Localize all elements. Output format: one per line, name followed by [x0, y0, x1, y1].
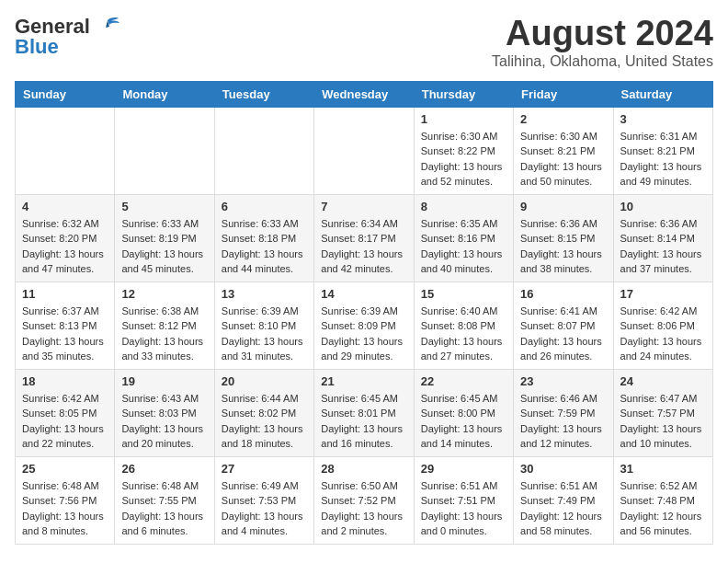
day-number: 21 [321, 374, 406, 388]
day-cell: 3Sunrise: 6:31 AM Sunset: 8:21 PM Daylig… [613, 107, 712, 194]
day-number: 19 [121, 374, 207, 388]
day-cell: 10Sunrise: 6:36 AM Sunset: 8:14 PM Dayli… [613, 194, 712, 282]
day-cell: 30Sunrise: 6:51 AM Sunset: 7:49 PM Dayli… [514, 456, 613, 544]
day-cell: 17Sunrise: 6:42 AM Sunset: 8:06 PM Dayli… [613, 282, 712, 369]
day-cell: 18Sunrise: 6:42 AM Sunset: 8:05 PM Dayli… [16, 369, 115, 456]
day-cell: 26Sunrise: 6:48 AM Sunset: 7:55 PM Dayli… [115, 456, 214, 544]
day-number: 31 [620, 462, 706, 476]
day-cell: 8Sunrise: 6:35 AM Sunset: 8:16 PM Daylig… [414, 194, 513, 282]
day-info: Sunrise: 6:30 AM Sunset: 8:22 PM Dayligh… [421, 129, 506, 190]
day-cell: 27Sunrise: 6:49 AM Sunset: 7:53 PM Dayli… [214, 456, 313, 544]
day-number: 20 [222, 374, 307, 388]
day-info: Sunrise: 6:36 AM Sunset: 8:14 PM Dayligh… [620, 216, 706, 277]
day-info: Sunrise: 6:30 AM Sunset: 8:21 PM Dayligh… [520, 129, 606, 190]
week-row-1: 1Sunrise: 6:30 AM Sunset: 8:22 PM Daylig… [16, 107, 713, 194]
weekday-header-thursday: Thursday [414, 81, 513, 107]
day-number: 9 [520, 200, 606, 213]
weekday-header-friday: Friday [514, 81, 613, 107]
week-row-2: 4Sunrise: 6:32 AM Sunset: 8:20 PM Daylig… [16, 194, 713, 282]
day-info: Sunrise: 6:31 AM Sunset: 8:21 PM Dayligh… [620, 129, 706, 190]
day-cell: 19Sunrise: 6:43 AM Sunset: 8:03 PM Dayli… [115, 369, 214, 456]
day-cell [214, 107, 313, 194]
week-row-4: 18Sunrise: 6:42 AM Sunset: 8:05 PM Dayli… [16, 369, 713, 456]
day-info: Sunrise: 6:44 AM Sunset: 8:02 PM Dayligh… [222, 391, 307, 452]
day-number: 23 [520, 374, 606, 388]
day-cell: 12Sunrise: 6:38 AM Sunset: 8:12 PM Dayli… [115, 282, 214, 369]
weekday-header-sunday: Sunday [16, 81, 115, 107]
day-number: 11 [22, 287, 108, 301]
day-number: 18 [22, 374, 108, 388]
day-cell: 16Sunrise: 6:41 AM Sunset: 8:07 PM Dayli… [514, 282, 613, 369]
day-info: Sunrise: 6:48 AM Sunset: 7:55 PM Dayligh… [121, 478, 207, 539]
day-number: 6 [222, 200, 307, 213]
weekday-header-wednesday: Wednesday [314, 81, 414, 107]
day-number: 10 [620, 200, 706, 213]
day-number: 25 [22, 462, 108, 476]
day-info: Sunrise: 6:36 AM Sunset: 8:15 PM Dayligh… [520, 216, 606, 277]
day-info: Sunrise: 6:52 AM Sunset: 7:48 PM Dayligh… [620, 478, 706, 539]
day-number: 22 [421, 374, 506, 388]
calendar-table: SundayMondayTuesdayWednesdayThursdayFrid… [15, 81, 713, 545]
day-info: Sunrise: 6:35 AM Sunset: 8:16 PM Dayligh… [421, 216, 506, 277]
day-cell: 4Sunrise: 6:32 AM Sunset: 8:20 PM Daylig… [16, 194, 115, 282]
day-info: Sunrise: 6:39 AM Sunset: 8:09 PM Dayligh… [321, 304, 406, 364]
day-cell: 13Sunrise: 6:39 AM Sunset: 8:10 PM Dayli… [214, 282, 313, 369]
day-info: Sunrise: 6:49 AM Sunset: 7:53 PM Dayligh… [222, 478, 307, 539]
logo-blue: Blue [15, 35, 59, 59]
day-info: Sunrise: 6:42 AM Sunset: 8:05 PM Dayligh… [22, 391, 108, 452]
day-number: 29 [421, 462, 506, 476]
weekday-header-saturday: Saturday [613, 81, 712, 107]
day-info: Sunrise: 6:38 AM Sunset: 8:12 PM Dayligh… [121, 304, 207, 364]
day-info: Sunrise: 6:51 AM Sunset: 7:51 PM Dayligh… [421, 478, 506, 539]
weekday-header-tuesday: Tuesday [214, 81, 313, 107]
day-info: Sunrise: 6:45 AM Sunset: 8:01 PM Dayligh… [321, 391, 406, 452]
day-number: 3 [620, 112, 706, 126]
day-cell: 31Sunrise: 6:52 AM Sunset: 7:48 PM Dayli… [613, 456, 712, 544]
day-info: Sunrise: 6:47 AM Sunset: 7:57 PM Dayligh… [620, 391, 706, 452]
week-row-3: 11Sunrise: 6:37 AM Sunset: 8:13 PM Dayli… [16, 282, 713, 369]
day-number: 8 [421, 200, 506, 213]
day-cell: 29Sunrise: 6:51 AM Sunset: 7:51 PM Dayli… [414, 456, 513, 544]
day-info: Sunrise: 6:40 AM Sunset: 8:08 PM Dayligh… [421, 304, 506, 364]
day-cell: 22Sunrise: 6:45 AM Sunset: 8:00 PM Dayli… [414, 369, 513, 456]
day-cell: 21Sunrise: 6:45 AM Sunset: 8:01 PM Dayli… [314, 369, 414, 456]
day-number: 17 [620, 287, 706, 301]
day-number: 28 [321, 462, 406, 476]
day-number: 5 [121, 200, 207, 213]
day-cell: 20Sunrise: 6:44 AM Sunset: 8:02 PM Dayli… [214, 369, 313, 456]
day-info: Sunrise: 6:37 AM Sunset: 8:13 PM Dayligh… [22, 304, 108, 364]
week-row-5: 25Sunrise: 6:48 AM Sunset: 7:56 PM Dayli… [16, 456, 713, 544]
day-info: Sunrise: 6:50 AM Sunset: 7:52 PM Dayligh… [321, 478, 406, 539]
weekday-header-monday: Monday [115, 81, 214, 107]
day-cell: 15Sunrise: 6:40 AM Sunset: 8:08 PM Dayli… [414, 282, 513, 369]
day-number: 1 [421, 112, 506, 126]
day-info: Sunrise: 6:48 AM Sunset: 7:56 PM Dayligh… [22, 478, 108, 539]
day-cell [115, 107, 214, 194]
day-number: 14 [321, 287, 406, 301]
calendar-subtitle: Talihina, Oklahoma, United States [492, 53, 713, 70]
day-cell: 11Sunrise: 6:37 AM Sunset: 8:13 PM Dayli… [16, 282, 115, 369]
day-cell: 28Sunrise: 6:50 AM Sunset: 7:52 PM Dayli… [314, 456, 414, 544]
day-cell: 5Sunrise: 6:33 AM Sunset: 8:19 PM Daylig… [115, 194, 214, 282]
day-number: 27 [222, 462, 307, 476]
day-info: Sunrise: 6:32 AM Sunset: 8:20 PM Dayligh… [22, 216, 108, 277]
day-info: Sunrise: 6:39 AM Sunset: 8:10 PM Dayligh… [222, 304, 307, 364]
day-number: 30 [520, 462, 606, 476]
day-cell: 25Sunrise: 6:48 AM Sunset: 7:56 PM Dayli… [16, 456, 115, 544]
day-cell: 9Sunrise: 6:36 AM Sunset: 8:15 PM Daylig… [514, 194, 613, 282]
logo: General Blue [15, 15, 120, 59]
day-number: 15 [421, 287, 506, 301]
day-info: Sunrise: 6:33 AM Sunset: 8:18 PM Dayligh… [222, 216, 307, 277]
day-cell [314, 107, 414, 194]
day-cell: 23Sunrise: 6:46 AM Sunset: 7:59 PM Dayli… [514, 369, 613, 456]
day-cell: 24Sunrise: 6:47 AM Sunset: 7:57 PM Dayli… [613, 369, 712, 456]
header: General Blue August 2024 Talihina, Oklah… [15, 15, 713, 70]
day-number: 2 [520, 112, 606, 126]
day-number: 4 [22, 200, 108, 213]
day-number: 24 [620, 374, 706, 388]
day-cell [16, 107, 115, 194]
day-cell: 7Sunrise: 6:34 AM Sunset: 8:17 PM Daylig… [314, 194, 414, 282]
calendar-title: August 2024 [492, 15, 713, 53]
day-info: Sunrise: 6:42 AM Sunset: 8:06 PM Dayligh… [620, 304, 706, 364]
weekday-header-row: SundayMondayTuesdayWednesdayThursdayFrid… [16, 81, 713, 107]
